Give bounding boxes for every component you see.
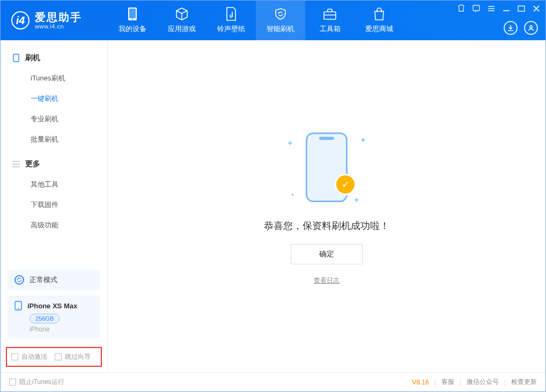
app-domain: www.i4.cn	[35, 23, 82, 29]
tab-label: 工具箱	[320, 24, 341, 34]
sparkle-icon: •	[291, 190, 294, 199]
window-controls	[456, 4, 541, 13]
tab-label: 爱思商城	[365, 24, 393, 34]
sidebar-item-download-firmware[interactable]: 下载固件	[1, 195, 107, 215]
success-message: 恭喜您，保资料刷机成功啦！	[264, 219, 389, 232]
nav-group-header: 更多	[1, 154, 107, 174]
svg-point-9	[18, 308, 19, 309]
nav-group-flash: 刷机 iTunes刷机 一键刷机 专业刷机 批量刷机	[1, 48, 107, 150]
checkbox-label: 自动激活	[21, 352, 47, 361]
ok-button[interactable]: 确定	[291, 244, 363, 264]
checkbox-label: 跳过向导	[65, 352, 91, 361]
device-name: iPhone XS Max	[27, 302, 77, 310]
checkbox-auto-activate[interactable]: 自动激活	[11, 352, 47, 361]
footer-link-support[interactable]: 客服	[441, 378, 454, 387]
footer-left: 阻止iTunes运行	[9, 378, 64, 387]
sidebar-item-advanced[interactable]: 高级功能	[1, 215, 107, 235]
sidebar-item-itunes-flash[interactable]: iTunes刷机	[1, 68, 107, 88]
nav-group-more: 更多 其他工具 下载固件 高级功能	[1, 154, 107, 235]
nav-group-title: 更多	[25, 159, 40, 169]
sidebar-item-other-tools[interactable]: 其他工具	[1, 174, 107, 195]
footer-right: V8.16 | 客服 | 微信公众号 | 检查更新	[412, 378, 537, 387]
separator: |	[434, 379, 436, 386]
sync-icon	[14, 275, 24, 285]
app-window: i4 爱思助手 www.i4.cn 我的设备 应用游戏 铃声壁纸 智能刷机	[0, 0, 546, 392]
svg-point-6	[530, 26, 532, 28]
tab-apps-games[interactable]: 应用游戏	[157, 1, 206, 40]
svg-rect-1	[129, 9, 136, 18]
tab-my-device[interactable]: 我的设备	[108, 1, 157, 40]
sidebar: 刷机 iTunes刷机 一键刷机 专业刷机 批量刷机 更多 其他工具 下载固件 …	[1, 40, 108, 372]
cube-icon	[175, 7, 189, 21]
header-actions	[504, 21, 538, 35]
svg-point-2	[132, 19, 133, 20]
bag-icon	[372, 7, 386, 21]
toolbox-icon	[323, 7, 337, 21]
separator: |	[504, 379, 506, 386]
device-card[interactable]: iPhone XS Max 256GB iPhone	[8, 295, 100, 338]
flash-options-highlighted: 自动激活 跳过向导	[6, 347, 102, 367]
nav-group-title: 刷机	[25, 53, 40, 63]
svg-rect-3	[324, 12, 336, 19]
main-tabs: 我的设备 应用游戏 铃声壁纸 智能刷机 工具箱 爱思商城	[108, 1, 404, 40]
maximize-icon[interactable]	[517, 4, 526, 13]
sidebar-item-pro-flash[interactable]: 专业刷机	[1, 109, 107, 129]
user-icon[interactable]	[524, 21, 538, 35]
close-icon[interactable]	[532, 4, 541, 13]
device-mode-card[interactable]: 正常模式	[8, 270, 100, 290]
sidebar-nav: 刷机 iTunes刷机 一键刷机 专业刷机 批量刷机 更多 其他工具 下载固件 …	[1, 40, 107, 267]
checkbox-box-icon	[9, 379, 16, 386]
checkbox-box-icon	[11, 353, 18, 360]
device-storage-badge: 256GB	[29, 314, 60, 323]
phone-icon	[126, 7, 139, 21]
view-log-link[interactable]: 查看日志	[314, 276, 340, 285]
tab-toolbox[interactable]: 工具箱	[305, 1, 355, 40]
sidebar-item-oneclick-flash[interactable]: 一键刷机	[1, 88, 107, 109]
tab-ringtones-wallpapers[interactable]: 铃声壁纸	[206, 1, 256, 40]
tab-store[interactable]: 爱思商城	[355, 1, 404, 40]
device-mode-label: 正常模式	[29, 275, 57, 285]
tab-label: 智能刷机	[267, 24, 294, 34]
title-bar: i4 爱思助手 www.i4.cn 我的设备 应用游戏 铃声壁纸 智能刷机	[1, 1, 545, 40]
sparkle-icon: ✦	[360, 136, 366, 144]
sparkle-icon: ✦	[287, 139, 293, 147]
menu-icon[interactable]	[486, 4, 496, 13]
svg-rect-5	[518, 6, 525, 11]
sparkle-icon: ✦	[353, 196, 360, 204]
success-illustration: ✦ ✦ • ✦ ✓	[284, 127, 370, 208]
footer-link-wechat[interactable]: 微信公众号	[467, 378, 499, 387]
app-logo: i4 爱思助手 www.i4.cn	[1, 11, 108, 29]
checkbox-label: 阻止iTunes运行	[19, 378, 64, 387]
logo-icon: i4	[11, 11, 29, 29]
footer-link-update[interactable]: 检查更新	[511, 378, 537, 387]
download-icon[interactable]	[504, 21, 518, 35]
tab-label: 应用游戏	[168, 24, 196, 34]
success-check-icon: ✓	[336, 175, 355, 194]
sidebar-item-batch-flash[interactable]: 批量刷机	[1, 129, 107, 150]
checkbox-skip-guide[interactable]: 跳过向导	[55, 352, 91, 361]
tab-label: 我的设备	[119, 24, 146, 34]
feedback-icon[interactable]	[471, 4, 481, 13]
minimize-icon[interactable]	[501, 4, 511, 13]
logo-text: 爱思助手 www.i4.cn	[35, 11, 82, 29]
version-label: V8.16	[412, 379, 429, 386]
svg-rect-4	[473, 5, 479, 11]
separator: |	[460, 379, 461, 386]
music-file-icon	[224, 7, 238, 21]
app-body: 刷机 iTunes刷机 一键刷机 专业刷机 批量刷机 更多 其他工具 下载固件 …	[1, 40, 545, 372]
skin-icon[interactable]	[456, 4, 466, 13]
main-content: ✦ ✦ • ✦ ✓ 恭喜您，保资料刷机成功啦！ 确定 查看日志	[108, 40, 545, 372]
tab-label: 铃声壁纸	[217, 24, 245, 34]
device-icon	[12, 54, 20, 62]
checkbox-box-icon	[55, 353, 62, 360]
tab-smart-flash[interactable]: 智能刷机	[256, 1, 305, 40]
svg-rect-7	[13, 54, 19, 62]
status-bar: 阻止iTunes运行 V8.16 | 客服 | 微信公众号 | 检查更新	[1, 372, 545, 391]
list-icon	[12, 160, 20, 168]
device-type: iPhone	[29, 326, 93, 333]
nav-group-header: 刷机	[1, 48, 107, 68]
phone-small-icon	[14, 301, 22, 310]
app-name: 爱思助手	[35, 11, 82, 23]
checkbox-block-itunes[interactable]: 阻止iTunes运行	[9, 378, 64, 387]
refresh-shield-icon	[274, 7, 287, 21]
